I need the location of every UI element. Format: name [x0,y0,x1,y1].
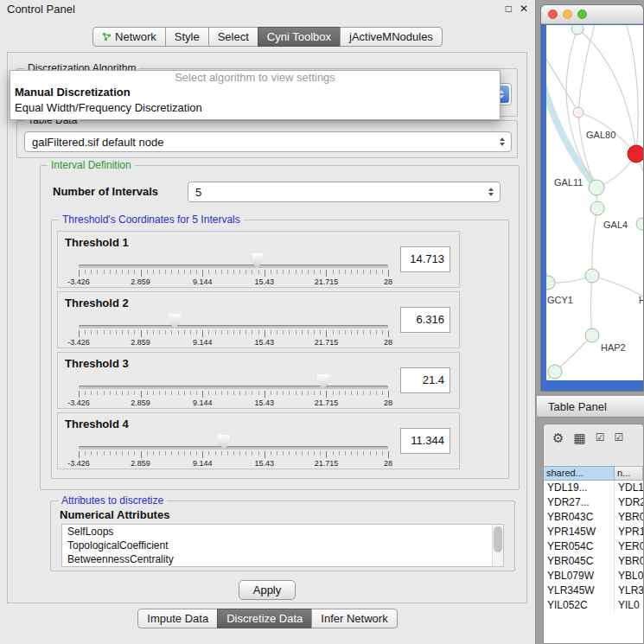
threshold-panel: Threshold 2-3.4262.8599.14415.4321.71528… [57,291,460,348]
network-edge[interactable] [592,208,597,276]
table-row[interactable]: YER054CYER0 [544,539,643,554]
network-edge[interactable] [555,335,592,372]
network-node[interactable] [590,201,604,215]
tab-discretize-data[interactable]: Discretize Data [217,609,312,628]
slider-tick-label: 9.144 [193,338,213,347]
close-window-icon[interactable]: ✕ [520,3,528,14]
threshold-label: Threshold 1 [65,236,129,249]
tab-style[interactable]: Style [165,27,209,47]
slider-tick-label: 28 [384,338,392,347]
list-scrollbar[interactable] [492,525,503,566]
cell-shared-name: YIL052C [544,598,615,613]
network-node[interactable] [636,218,644,230]
column-header-name[interactable]: n... [615,466,643,481]
attribute-list-item[interactable]: SelfLoops [62,525,503,539]
algorithm-dropdown-popup[interactable]: Select algorithm to view settings Manual… [10,70,501,120]
table-row[interactable]: YBR043CYBR0 [544,510,643,525]
table-row[interactable]: YIL052CYIL0 [544,598,643,613]
table-data-combobox[interactable]: galFiltered.sif default node [24,131,512,152]
column-header-shared-name[interactable]: shared... [544,466,615,481]
slider-track[interactable] [79,386,388,389]
network-node[interactable] [585,328,599,342]
slider-tick-label: 2.859 [131,399,150,407]
table-panel-title: Table Panel [548,400,607,413]
tab-cyni-toolbox[interactable]: Cyni Toolbox [258,27,341,47]
number-of-intervals-label: Number of Intervals [53,185,158,198]
threshold-label: Threshold 3 [65,357,129,370]
algorithm-option[interactable]: Manual Discretization [10,85,500,100]
apply-button[interactable]: Apply [239,580,296,600]
cell-shared-name: YBR043C [544,510,615,525]
table-row[interactable]: YBL079WYBL0 [544,569,643,583]
algorithm-option[interactable]: Equal Width/Frequency Discretization [10,100,500,116]
threshold-value-field[interactable]: 11.344 [400,428,450,454]
slider-track[interactable] [79,446,388,450]
number-of-intervals-combobox[interactable]: 5 [188,182,501,202]
slider-tick-label: 2.859 [131,459,150,468]
cell-name: YBL0 [615,569,643,583]
slider-tick-label: 28 [384,277,392,286]
dropdown-options: Manual DiscretizationEqual Width/Frequen… [10,85,500,116]
node-label: H [639,295,644,305]
slider-tick-label: -3.426 [67,277,90,286]
attribute-list-item[interactable]: TopologicalCoefficient [62,539,503,552]
tab-jactivemnodules[interactable]: jActiveMNodules [340,27,443,47]
network-node[interactable] [573,107,583,118]
network-graph: GAL80GAL11GAL4GCY1HAP2H [546,25,644,380]
threshold-value-field[interactable]: 6.316 [400,307,450,333]
table-row[interactable]: YLR345WYLR3 [544,583,643,598]
thresholds-group: Threshold's Coordinates for 5 Intervals … [51,220,509,479]
network-node[interactable] [589,180,604,195]
network-edge[interactable] [624,25,638,154]
table-row[interactable]: YDL19...YDL1 [544,481,643,495]
slider-track[interactable] [79,325,388,328]
minimize-traffic-light-icon[interactable] [563,10,572,19]
cell-shared-name: YPR145W [544,525,615,539]
threshold-value-field[interactable]: 14.713 [400,246,450,272]
tab-impute-data[interactable]: Impute Data [137,609,218,628]
tab-infer-network[interactable]: Infer Network [311,609,397,628]
close-traffic-light-icon[interactable] [548,10,558,19]
table-row[interactable]: YPR145WYPR1 [544,525,643,539]
cyni-toolbox-panel: Discretization Algorithm Select algorith… [7,52,527,603]
network-node[interactable] [585,269,599,283]
network-node[interactable] [571,25,583,35]
table-row[interactable]: YDR27...YDR2 [544,495,643,510]
node-label: HAP2 [601,342,626,353]
thresholds-group-label: Threshold's Coordinates for 5 Intervals [59,214,244,226]
table-toolbar-gear-icon[interactable]: ⚙ [552,431,564,444]
table-toolbar-select-columns-check-icon[interactable]: ☑ [614,432,623,443]
control-panel-tabbar: NetworkStyleSelectCyni ToolboxjActiveMNo… [0,27,536,47]
slider-tick-label: 9.144 [193,399,213,407]
network-edge[interactable] [592,276,644,302]
cell-name: YER0 [615,539,643,554]
tab-select[interactable]: Select [208,27,258,47]
zoom-traffic-light-icon[interactable] [577,10,587,19]
scrollbar-thumb-icon[interactable] [494,526,502,552]
attribute-list-item[interactable]: BetweennessCentrality [62,552,503,566]
table-row[interactable]: YBR045CYBR0 [544,554,643,569]
threshold-label: Threshold 4 [65,418,129,430]
table-toolbar-select-all-check-icon[interactable]: ☑ [596,432,605,443]
table-toolbar: ⚙▦☑☑ [544,424,643,450]
network-edge[interactable] [591,276,593,335]
float-window-icon[interactable]: □ [506,3,512,14]
cell-name: YPR1 [615,525,643,539]
threshold-value-field[interactable]: 21.4 [400,367,450,393]
tab-network[interactable]: Network [92,27,166,47]
network-node[interactable] [628,145,644,163]
slider-track[interactable] [79,265,388,268]
network-node[interactable] [548,365,562,379]
tab-label: Discretize Data [226,612,303,625]
tab-label: Style [175,30,200,43]
network-canvas[interactable]: GAL80GAL11GAL4GCY1HAP2H [546,25,644,380]
slider-tick-label: 2.859 [131,277,150,286]
slider-tick-label: 15.43 [255,277,275,286]
network-node[interactable] [546,276,555,290]
interval-definition-group: Interval Definition Number of Intervals … [40,165,520,490]
numerical-attributes-list[interactable]: SelfLoopsTopologicalCoefficientBetweenne… [61,524,504,567]
node-label: GAL80 [586,130,615,140]
table-panel-header: Table Panel [537,395,644,418]
cell-shared-name: YBL079W [544,569,615,583]
table-toolbar-columns-icon[interactable]: ▦ [573,431,585,444]
